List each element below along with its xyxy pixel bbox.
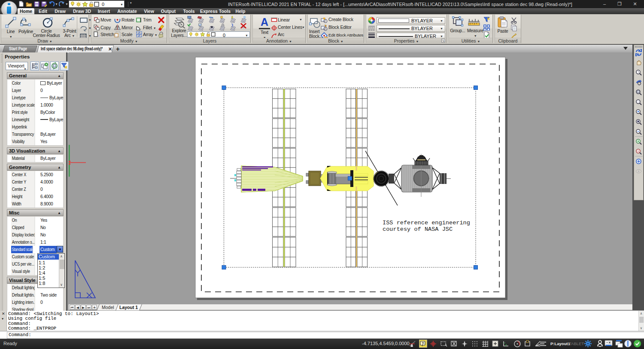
svg-text:courtesy of NASA JSC: courtesy of NASA JSC	[383, 226, 453, 233]
svg-text:?: ?	[422, 341, 424, 346]
svg-text:ISS reference engineering: ISS reference engineering	[383, 220, 470, 226]
